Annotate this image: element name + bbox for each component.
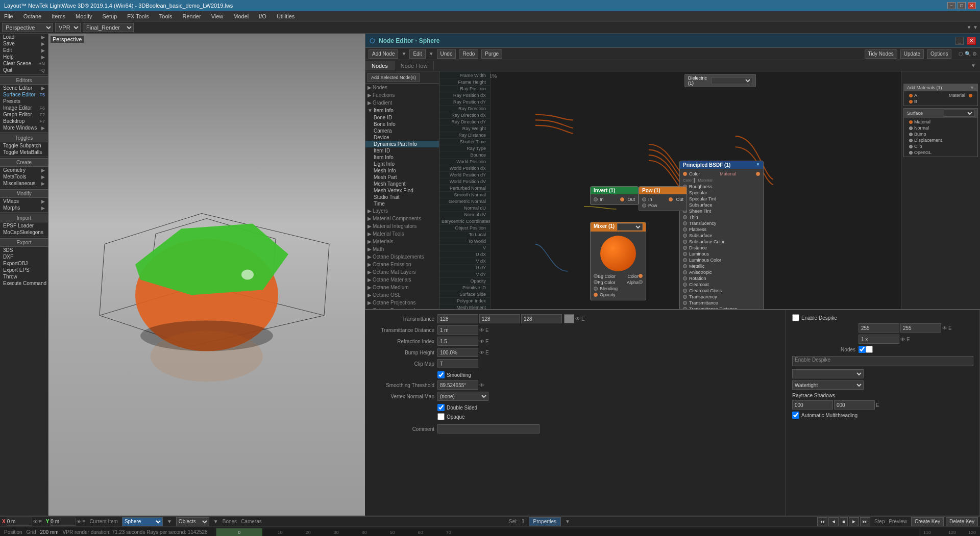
export-eps-item[interactable]: Export EPS <box>0 267 48 273</box>
refraction-input[interactable]: 1.5 <box>437 337 478 346</box>
tidy-nodes-button[interactable]: Tidy Nodes <box>865 49 897 59</box>
viewport[interactable]: Perspective <box>48 34 365 516</box>
ni-device[interactable]: Device <box>365 134 439 141</box>
smoothing-threshold-input[interactable]: 89.524655° <box>437 380 478 390</box>
play-button[interactable]: ► <box>849 517 859 526</box>
throw-item[interactable]: Throw <box>0 273 48 280</box>
graph-editor-item[interactable]: Graph EditorF2 <box>0 111 48 118</box>
trans-dist-eye-icon[interactable]: 👁 <box>479 327 484 333</box>
export-obj-item[interactable]: ExportOBJ <box>0 260 48 267</box>
viewport-mode-select[interactable]: Perspective <box>2 23 53 32</box>
maximize-button[interactable]: □ <box>958 2 966 9</box>
x-edit-icon[interactable]: E <box>39 519 42 524</box>
mixer-node[interactable]: Mixer (1) Bg Color Color Fg Color A <box>590 222 646 300</box>
val255-2[interactable]: 255 <box>900 323 941 333</box>
invert-node[interactable]: Invert (1) InOut <box>590 186 639 205</box>
raytrace-val1[interactable]: 000 <box>792 400 833 410</box>
category-material-components[interactable]: ▶Material Components <box>365 215 439 222</box>
save-item[interactable]: Save▶ <box>0 40 48 47</box>
category-octane-materials[interactable]: ▶Octane Materials <box>365 276 439 284</box>
pow-node[interactable]: Pow (1) InOut Pow <box>639 186 687 211</box>
category-item-info[interactable]: ▼Item Info <box>365 107 439 114</box>
properties-dropdown[interactable]: ▼ <box>565 519 570 524</box>
ni-mesh-info[interactable]: Mesh Info <box>365 167 439 174</box>
render-preset-select[interactable]: Final_Render <box>83 23 134 32</box>
undo-button[interactable]: Undo <box>437 49 456 59</box>
vmaps-item[interactable]: VMaps▶ <box>0 198 48 205</box>
surface-editor-item[interactable]: Surface EditorF5 <box>0 91 48 98</box>
category-octane-displacements[interactable]: ▶Octane Displacements <box>365 253 439 261</box>
smoothing-checkbox[interactable] <box>437 371 445 378</box>
morphs-item[interactable]: Morphs▶ <box>0 205 48 211</box>
presets-item[interactable]: Presets <box>0 98 48 105</box>
options-button[interactable]: Options <box>927 49 951 59</box>
delete-key-button[interactable]: Delete Key <box>946 517 978 526</box>
play-reverse-button[interactable]: ◄ <box>828 517 839 526</box>
dropdown-arrow-item[interactable]: ▼ <box>167 519 172 524</box>
ni-studio-trait[interactable]: Studio Trait <box>365 194 439 200</box>
epsf-loader-item[interactable]: EPSF Loader <box>0 222 48 229</box>
geometry-item[interactable]: Geometry▶ <box>0 167 48 173</box>
help-item[interactable]: Help▶ <box>0 54 48 60</box>
val1x-eye-icon[interactable]: 👁 <box>900 337 905 342</box>
category-octane-emission[interactable]: ▶Octane Emission <box>365 261 439 268</box>
menu-view[interactable]: View <box>209 12 226 20</box>
category-octane-mat-layers[interactable]: ▶Octane Mat Layers <box>365 268 439 276</box>
category-nodes[interactable]: ▶Nodes <box>365 84 439 91</box>
trans-dist-edit-icon[interactable]: E <box>485 327 489 333</box>
mocap-item[interactable]: MoCapSkelegons <box>0 229 48 236</box>
comment-input[interactable] <box>437 424 540 433</box>
menu-tools[interactable]: Tools <box>157 12 175 20</box>
trans-g[interactable]: 128 <box>479 314 520 323</box>
menu-fxtools[interactable]: FX Tools <box>125 12 151 20</box>
add-materials-dropdown[interactable]: ▼ <box>970 85 974 90</box>
trans-b[interactable]: 128 <box>521 314 562 323</box>
watertight-select[interactable]: Watertight <box>792 380 864 390</box>
edit-button[interactable]: Edit <box>409 49 425 59</box>
ne-canvas[interactable]: X: 31 Y: 138 Zoom: 91% Frame Width Frame… <box>439 71 980 309</box>
ni-dynamics-part-info[interactable]: Dynamics Part Info <box>365 141 439 147</box>
tab-nodes[interactable]: Nodes <box>365 61 395 70</box>
bump-eye-icon[interactable]: 👁 <box>479 350 484 355</box>
refraction-edit-icon[interactable]: E <box>485 339 489 344</box>
smooth-thresh-icon[interactable]: 👁 <box>479 382 484 388</box>
ni-mesh-part[interactable]: Mesh Part <box>365 174 439 181</box>
y-eye-icon[interactable]: 👁 <box>77 519 81 524</box>
raytrace-edit-icon[interactable]: E <box>876 402 879 408</box>
category-octane-medium[interactable]: ▶Octane Medium <box>365 284 439 291</box>
edit-item[interactable]: Edit▶ <box>0 47 48 54</box>
category-octane-osl[interactable]: ▶Octane OSL <box>365 291 439 299</box>
export-dxf-item[interactable]: DXF <box>0 253 48 260</box>
objects-select[interactable]: Objects <box>176 517 209 526</box>
auto-multithreading-checkbox[interactable] <box>792 412 799 419</box>
image-editor-item[interactable]: Image EditorF6 <box>0 105 48 111</box>
val255-1[interactable]: 255 <box>859 323 899 333</box>
ni-mesh-vertex-find[interactable]: Mesh Vertex Find <box>365 187 439 194</box>
enable-despike-checkbox[interactable] <box>792 314 799 321</box>
trans-edit-icon[interactable]: E <box>581 316 585 322</box>
close-ne-button[interactable]: ✕ <box>967 37 976 45</box>
scene-editor-item[interactable]: Scene Editor▶ <box>0 85 48 91</box>
menu-file[interactable]: File <box>2 12 15 20</box>
ni-bone-info[interactable]: Bone Info <box>365 121 439 127</box>
update-button[interactable]: Update <box>900 49 924 59</box>
mixer-select[interactable] <box>617 223 643 231</box>
load-item[interactable]: Load▶ <box>0 34 48 40</box>
category-materials[interactable]: ▶Materials <box>365 238 439 245</box>
more-windows-item[interactable]: More Windows▶ <box>0 124 48 131</box>
properties-button[interactable]: Properties <box>529 517 561 526</box>
miscellaneous-item[interactable]: Miscellaneous▶ <box>0 180 48 187</box>
refraction-eye-icon[interactable]: 👁 <box>479 339 484 344</box>
frame-zero[interactable]: 0 <box>216 528 262 536</box>
category-functions[interactable]: ▶Functions <box>365 91 439 99</box>
dropdown-arrow-objects[interactable]: ▼ <box>213 519 218 524</box>
minimize-button[interactable]: − <box>947 2 955 9</box>
trans-eye-icon[interactable]: 👁 <box>575 316 580 322</box>
ni-item-id[interactable]: Item ID <box>365 147 439 154</box>
val255-eye-icon[interactable]: 👁 <box>942 325 947 331</box>
bump-height-input[interactable]: 100.0% <box>437 348 478 357</box>
x-eye-icon[interactable]: 👁 <box>33 519 38 524</box>
dielectric-node[interactable]: Dielectric (1) <box>684 74 756 87</box>
menu-octane[interactable]: Octane <box>21 12 43 20</box>
metatools-item[interactable]: MetaTools▶ <box>0 173 48 180</box>
